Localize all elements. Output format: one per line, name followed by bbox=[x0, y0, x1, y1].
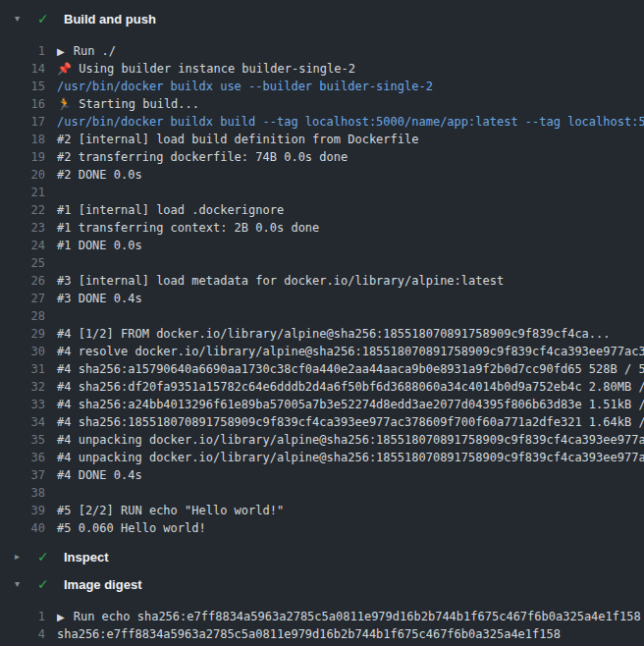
line-text: /usr/bin/docker buildx build --tag local… bbox=[45, 113, 644, 131]
line-number[interactable]: 40 bbox=[0, 519, 45, 537]
line-text: #4 sha256:a24bb4013296f61e89ba57005a7b3e… bbox=[45, 396, 644, 413]
log-line: 32 #4 sha256:df20fa9351a15782c64e6dddb2d… bbox=[0, 378, 644, 396]
line-text bbox=[45, 484, 57, 502]
log-line: 29 #4 [1/2] FROM docker.io/library/alpin… bbox=[0, 325, 644, 343]
line-text: #5 0.060 Hello world! bbox=[45, 519, 206, 537]
line-number[interactable]: 36 bbox=[0, 449, 45, 466]
run-group-toggle-icon[interactable]: ▶ bbox=[57, 43, 65, 60]
line-number[interactable]: 20 bbox=[0, 166, 45, 184]
line-number[interactable]: 22 bbox=[0, 201, 45, 219]
section-header[interactable]: ▾ ✓ Build and push bbox=[0, 5, 644, 32]
line-text: #4 [1/2] FROM docker.io/library/alpine@s… bbox=[45, 325, 611, 343]
log-line: 28 bbox=[0, 307, 644, 325]
line-number[interactable]: 34 bbox=[0, 413, 45, 431]
line-number[interactable]: 25 bbox=[0, 254, 45, 272]
line-number[interactable]: 28 bbox=[0, 307, 45, 325]
section-title: Build and push bbox=[64, 12, 156, 27]
line-text: #4 sha256:a15790640a6690aa1730c38cf0a440… bbox=[45, 360, 644, 378]
success-check-icon: ✓ bbox=[37, 550, 53, 564]
line-text: #4 unpacking docker.io/library/alpine@sh… bbox=[45, 449, 644, 466]
log-section: ▾ ✓ Build and push 1 ▶Run ./ 14 📌 Using … bbox=[0, 5, 644, 543]
log-line: 23 #1 transferring context: 2B 0.0s done bbox=[0, 219, 644, 237]
line-text: #2 [internal] load build definition from… bbox=[45, 131, 418, 148]
disclosure-triangle-icon[interactable]: ▾ bbox=[15, 579, 28, 589]
line-text: #4 unpacking docker.io/library/alpine@sh… bbox=[45, 431, 644, 449]
line-number[interactable]: 35 bbox=[0, 431, 45, 449]
log-line: 25 bbox=[0, 254, 644, 272]
line-number[interactable]: 4 bbox=[0, 625, 45, 643]
line-text: /usr/bin/docker buildx use --builder bui… bbox=[45, 78, 433, 95]
line-number[interactable]: 37 bbox=[0, 466, 45, 484]
log-line: 37 #4 DONE 0.4s bbox=[0, 466, 644, 484]
log-line: 15 /usr/bin/docker buildx use --builder … bbox=[0, 78, 644, 95]
log-line: 1 ▶Run ./ bbox=[0, 42, 644, 60]
success-check-icon: ✓ bbox=[37, 577, 53, 591]
line-text bbox=[45, 254, 57, 272]
line-number[interactable]: 26 bbox=[0, 272, 45, 290]
line-text: #4 sha256:185518070891758909c9f839cf4ca3… bbox=[45, 413, 644, 431]
line-number[interactable]: 17 bbox=[0, 113, 45, 131]
line-number[interactable]: 24 bbox=[0, 237, 45, 254]
line-text: #1 [internal] load .dockerignore bbox=[45, 201, 284, 219]
section-title: Inspect bbox=[64, 550, 109, 565]
line-text: #1 transferring context: 2B 0.0s done bbox=[45, 219, 319, 237]
log-line: 16 🏃 Starting build... bbox=[0, 95, 644, 113]
line-number[interactable]: 39 bbox=[0, 502, 45, 519]
line-text bbox=[45, 184, 57, 201]
section-header[interactable]: ▾ ✓ Image digest bbox=[0, 570, 644, 598]
success-check-icon: ✓ bbox=[37, 12, 53, 26]
log-line: 17 /usr/bin/docker buildx build --tag lo… bbox=[0, 113, 644, 131]
log-line: 36 #4 unpacking docker.io/library/alpine… bbox=[0, 449, 644, 466]
line-text: Run ./ bbox=[74, 44, 116, 58]
log-line: 24 #1 DONE 0.0s bbox=[0, 237, 644, 254]
log-line: 21 bbox=[0, 184, 644, 201]
line-number[interactable]: 15 bbox=[0, 78, 45, 95]
line-number[interactable]: 16 bbox=[0, 95, 45, 113]
disclosure-triangle-icon[interactable]: ▸ bbox=[15, 552, 28, 562]
workflow-log-viewer: ▾ ✓ Build and push 1 ▶Run ./ 14 📌 Using … bbox=[0, 0, 644, 646]
line-number[interactable]: 29 bbox=[0, 325, 45, 343]
line-number[interactable]: 38 bbox=[0, 484, 45, 502]
line-text: #4 sha256:df20fa9351a15782c64e6dddb2d4a6… bbox=[45, 378, 644, 396]
line-number[interactable]: 18 bbox=[0, 131, 45, 148]
line-text: Run echo sha256:e7ff8834a5963a2785c5a081… bbox=[74, 610, 641, 623]
log-line: 14 📌 Using builder instance builder-sing… bbox=[0, 60, 644, 78]
line-text: ▶Run echo sha256:e7ff8834a5963a2785c5a08… bbox=[45, 608, 641, 625]
log-line: 33 #4 sha256:a24bb4013296f61e89ba57005a7… bbox=[0, 396, 644, 413]
line-number[interactable]: 23 bbox=[0, 219, 45, 237]
line-text: 🏃 Starting build... bbox=[45, 95, 199, 113]
line-number[interactable]: 27 bbox=[0, 290, 45, 307]
log-section: ▾ ✓ Image digest 1 ▶Run echo sha256:e7ff… bbox=[0, 570, 644, 646]
line-text: #1 DONE 0.0s bbox=[45, 237, 142, 254]
line-text: #4 DONE 0.4s bbox=[45, 466, 142, 484]
log-line: 39 #5 [2/2] RUN echo "Hello world!" bbox=[0, 502, 644, 519]
log-line: 22 #1 [internal] load .dockerignore bbox=[0, 201, 644, 219]
log-line: 4 sha256:e7ff8834a5963a2785c5a0811e979d1… bbox=[0, 625, 644, 643]
section-header[interactable]: ▸ ✓ Inspect bbox=[0, 543, 644, 570]
section-body: 1 ▶Run ./ 14 📌 Using builder instance bu… bbox=[0, 32, 644, 543]
line-number[interactable]: 21 bbox=[0, 184, 45, 201]
log-line: 31 #4 sha256:a15790640a6690aa1730c38cf0a… bbox=[0, 360, 644, 378]
line-text: #5 [2/2] RUN echo "Hello world!" bbox=[45, 502, 284, 519]
log-line: 26 #3 [internal] load metadata for docke… bbox=[0, 272, 644, 290]
line-number[interactable]: 32 bbox=[0, 378, 45, 396]
log-line: 34 #4 sha256:185518070891758909c9f839cf4… bbox=[0, 413, 644, 431]
line-number[interactable]: 19 bbox=[0, 148, 45, 166]
run-group-toggle-icon[interactable]: ▶ bbox=[57, 609, 65, 625]
line-number[interactable]: 31 bbox=[0, 360, 45, 378]
line-number[interactable]: 1 bbox=[0, 608, 45, 625]
line-text: #2 transferring dockerfile: 74B 0.0s don… bbox=[45, 148, 348, 166]
log-line: 1 ▶Run echo sha256:e7ff8834a5963a2785c5a… bbox=[0, 608, 644, 625]
line-number[interactable]: 30 bbox=[0, 343, 45, 360]
line-text: ▶Run ./ bbox=[45, 42, 116, 60]
line-text bbox=[45, 307, 57, 325]
line-number[interactable]: 14 bbox=[0, 60, 45, 78]
line-text: 📌 Using builder instance builder-single-… bbox=[45, 60, 355, 78]
line-text: #3 [internal] load metadata for docker.i… bbox=[45, 272, 504, 290]
log-line: 38 bbox=[0, 484, 644, 502]
line-number[interactable]: 33 bbox=[0, 396, 45, 413]
disclosure-triangle-icon[interactable]: ▾ bbox=[15, 14, 28, 24]
log-line: 19 #2 transferring dockerfile: 74B 0.0s … bbox=[0, 148, 644, 166]
section-body: 1 ▶Run echo sha256:e7ff8834a5963a2785c5a… bbox=[0, 598, 644, 646]
line-number[interactable]: 1 bbox=[0, 42, 45, 60]
